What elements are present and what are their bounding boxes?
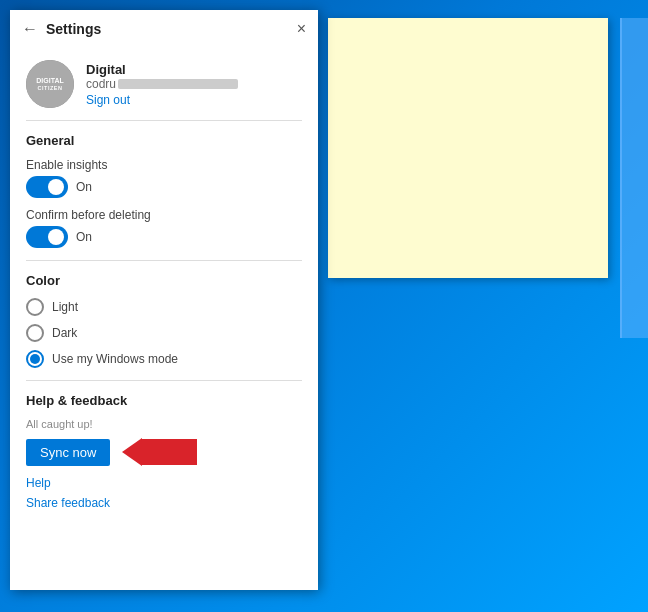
sync-row: Sync now [26,438,302,466]
color-option-windows[interactable]: Use my Windows mode [26,350,302,368]
sign-out-link[interactable]: Sign out [86,93,238,107]
red-arrow [122,438,197,466]
sync-now-button[interactable]: Sync now [26,439,110,466]
help-heading: Help & feedback [26,393,302,408]
account-name: Digital [86,62,238,77]
confirm-delete-row: Confirm before deleting On [26,208,302,248]
back-button[interactable]: ← [22,20,38,38]
title-bar-left: ← Settings [22,20,101,38]
color-option-dark[interactable]: Dark [26,324,302,342]
arrow-head-icon [122,438,142,466]
insights-value: On [76,180,92,194]
avatar-inner: DIGITAL CITIZEN [26,60,74,108]
scroll-area: DIGITAL CITIZEN Digital codru Sign out G… [10,48,318,590]
confirm-delete-toggle-control: On [26,226,302,248]
insights-toggle-control: On [26,176,302,198]
enable-insights-row: Enable insights On [26,158,302,198]
radio-windows-label: Use my Windows mode [52,352,178,366]
insights-toggle[interactable] [26,176,68,198]
status-text: All caught up! [26,418,302,430]
help-section: Help & feedback All caught up! Sync now … [26,393,302,510]
confirm-delete-value: On [76,230,92,244]
sticky-note [328,18,608,278]
divider-2 [26,380,302,381]
settings-title: Settings [46,21,101,37]
insights-label: Enable insights [26,158,302,172]
radio-dark-label: Dark [52,326,77,340]
radio-windows-dot [30,354,40,364]
confirm-delete-toggle[interactable] [26,226,68,248]
help-link[interactable]: Help [26,476,302,490]
color-section: Color Light Dark Use my Windows mo [26,273,302,368]
account-section: DIGITAL CITIZEN Digital codru Sign out [26,48,302,121]
radio-windows[interactable] [26,350,44,368]
account-info: Digital codru Sign out [86,62,238,107]
general-section: General Enable insights On Confirm befor… [26,133,302,248]
color-heading: Color [26,273,302,288]
color-option-light[interactable]: Light [26,298,302,316]
radio-dark[interactable] [26,324,44,342]
settings-panel: ← Settings × DIGITAL CITIZEN Digital cod… [10,10,318,590]
divider-1 [26,260,302,261]
close-button[interactable]: × [297,21,306,37]
arrow-body [142,439,197,465]
confirm-delete-label: Confirm before deleting [26,208,302,222]
general-heading: General [26,133,302,148]
avatar-text-bottom: CITIZEN [38,85,63,92]
account-email: codru [86,77,238,91]
radio-light[interactable] [26,298,44,316]
avatar: DIGITAL CITIZEN [26,60,74,108]
share-feedback-link[interactable]: Share feedback [26,496,302,510]
color-radio-group: Light Dark Use my Windows mode [26,298,302,368]
blue-strip [620,18,648,338]
title-bar: ← Settings × [10,10,318,48]
email-blurred [118,79,238,89]
avatar-text-top: DIGITAL [36,77,63,85]
radio-light-label: Light [52,300,78,314]
